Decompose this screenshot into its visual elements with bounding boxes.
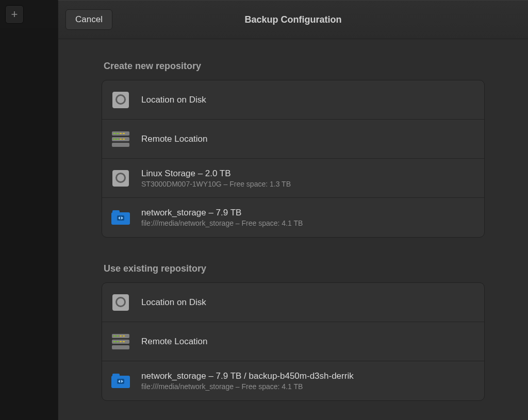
disk-icon xyxy=(111,169,130,188)
server-icon xyxy=(111,130,130,148)
network-folder-icon xyxy=(111,208,130,227)
row-texts: Location on Disk xyxy=(141,297,206,308)
create-row-remote-location[interactable]: Remote Location xyxy=(102,120,484,159)
section-heading-existing: Use existing repository xyxy=(104,263,485,274)
row-texts: Location on Disk xyxy=(141,95,206,105)
existing-list: Location on Disk Remote Location xyxy=(102,282,485,401)
cancel-button[interactable]: Cancel xyxy=(65,9,112,30)
section-heading-create: Create new repository xyxy=(104,61,485,72)
network-folder-icon xyxy=(111,372,130,390)
row-texts: Remote Location xyxy=(141,134,208,144)
row-title: Remote Location xyxy=(141,337,208,347)
server-icon xyxy=(111,332,130,351)
row-subtitle: file:///media/network_storage – Free spa… xyxy=(141,219,303,227)
row-title: Linux Storage – 2.0 TB xyxy=(141,169,291,179)
row-texts: Linux Storage – 2.0 TB ST3000DM007-1WY10… xyxy=(141,169,291,188)
dialog-body: Create new repository Location on Disk xyxy=(58,39,528,420)
create-row-location-on-disk[interactable]: Location on Disk xyxy=(102,80,484,120)
create-row-network-storage[interactable]: network_storage – 7.9 TB file:///media/n… xyxy=(102,198,484,237)
backup-config-dialog: Cancel Backup Configuration Create new r… xyxy=(58,0,528,420)
disk-icon xyxy=(111,91,130,109)
dialog-title: Backup Configuration xyxy=(58,14,528,25)
cancel-label: Cancel xyxy=(75,14,103,25)
row-texts: Remote Location xyxy=(141,337,208,347)
row-title: Location on Disk xyxy=(141,297,206,308)
row-title: network_storage – 7.9 TB / backup-b450m-… xyxy=(141,371,354,381)
disk-icon xyxy=(111,293,130,312)
row-subtitle: file:///media/network_storage – Free spa… xyxy=(141,382,354,391)
row-texts: network_storage – 7.9 TB / backup-b450m-… xyxy=(141,371,354,391)
dialog-header: Cancel Backup Configuration xyxy=(58,1,528,39)
create-row-linux-storage[interactable]: Linux Storage – 2.0 TB ST3000DM007-1WY10… xyxy=(102,159,484,198)
row-title: Location on Disk xyxy=(141,95,206,105)
row-title: Remote Location xyxy=(141,134,208,144)
row-title: network_storage – 7.9 TB xyxy=(141,208,303,218)
existing-row-remote-location[interactable]: Remote Location xyxy=(102,322,484,361)
row-texts: network_storage – 7.9 TB file:///media/n… xyxy=(141,208,303,227)
create-list: Location on Disk Remote Location xyxy=(102,80,485,238)
existing-row-location-on-disk[interactable]: Location on Disk xyxy=(102,283,484,322)
row-subtitle: ST3000DM007-1WY10G – Free space: 1.3 TB xyxy=(141,180,291,188)
existing-row-network-storage-backup[interactable]: network_storage – 7.9 TB / backup-b450m-… xyxy=(102,361,484,400)
